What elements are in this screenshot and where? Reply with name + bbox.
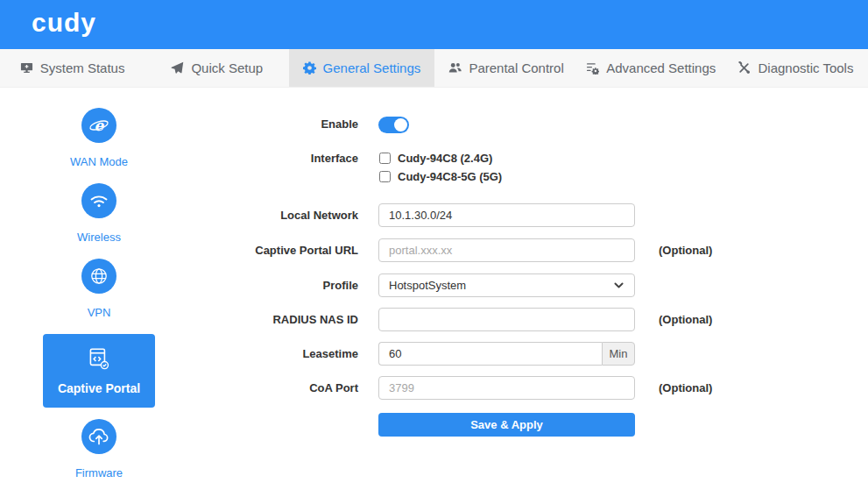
save-apply-button[interactable]: Save & Apply: [378, 413, 635, 437]
toggle-knob: [394, 118, 407, 131]
tab-diagnostic-tools[interactable]: Diagnostic Tools: [723, 49, 868, 87]
sidebar-item-vpn[interactable]: VPN: [81, 259, 116, 319]
sidebar-item-wireless[interactable]: Wireless: [77, 183, 121, 244]
tab-quick-setup[interactable]: Quick Setup: [145, 49, 289, 87]
interface-24g-checkbox[interactable]: [379, 153, 391, 164]
interface-option-5g: Cudy-94C8-5G (5G): [378, 167, 635, 186]
tab-label: Quick Setup: [191, 60, 263, 75]
leasetime-input[interactable]: [378, 342, 602, 366]
optional-note: (Optional): [659, 313, 712, 326]
profile-row: Profile HotspotSystem: [198, 273, 868, 297]
interface-5g-checkbox[interactable]: [379, 171, 391, 182]
svg-text:e: e: [94, 117, 104, 134]
gear-icon: [303, 61, 316, 75]
tab-label: Parental Control: [469, 60, 563, 75]
save-row: Save & Apply: [198, 411, 868, 437]
sidebar-item-label: VPN: [88, 306, 111, 319]
cloud-upload-icon: [81, 419, 116, 454]
cudy-router-admin: cudy System Status Quick Setup General S…: [0, 0, 868, 483]
leasetime-row: Leasetime Min: [198, 342, 868, 366]
radius-nas-id-label: RADIUS NAS ID: [198, 313, 378, 326]
profile-selected-value: HotspotSystem: [389, 279, 466, 292]
crossed-tools-icon: [737, 61, 751, 75]
interface-option-24g: Cudy-94C8 (2.4G): [378, 149, 635, 167]
local-network-input[interactable]: [378, 203, 635, 227]
sidebar-item-label: Wireless: [77, 231, 121, 244]
enable-row: Enable: [198, 115, 868, 133]
interface-option-label: Cudy-94C8 (2.4G): [398, 152, 492, 165]
enable-toggle[interactable]: [378, 117, 409, 133]
browser-e-icon: e: [81, 108, 116, 143]
sidebar-item-wan-mode[interactable]: e WAN Mode: [70, 108, 128, 168]
profile-select[interactable]: HotspotSystem: [378, 273, 635, 297]
optional-note: (Optional): [659, 244, 712, 257]
radius-nas-id-input[interactable]: [378, 308, 635, 331]
sidebar-item-firmware[interactable]: Firmware: [75, 419, 123, 479]
sidebar-item-captive-portal[interactable]: Captive Portal: [43, 334, 155, 408]
monitor-icon: [20, 61, 33, 75]
interface-option-label: Cudy-94C8-5G (5G): [398, 170, 502, 183]
sidebar-item-label: WAN Mode: [70, 155, 128, 168]
sliders-gear-icon: [586, 61, 599, 75]
header: cudy: [0, 0, 868, 49]
tab-general-settings[interactable]: General Settings: [289, 49, 434, 87]
chevron-down-icon: [613, 280, 625, 291]
users-icon: [448, 61, 462, 75]
tab-label: General Settings: [323, 60, 421, 75]
sidebar-item-label: Captive Portal: [58, 381, 140, 395]
portal-window-icon: [85, 345, 113, 373]
main-nav: System Status Quick Setup General Settin…: [0, 49, 868, 88]
sidebar: e WAN Mode Wireless VPN Cap: [0, 88, 198, 483]
captive-portal-url-input[interactable]: [378, 238, 635, 262]
tab-parental-control[interactable]: Parental Control: [434, 49, 579, 87]
leasetime-label: Leasetime: [198, 347, 378, 360]
sidebar-item-label: Firmware: [75, 466, 123, 479]
main-area: e WAN Mode Wireless VPN Cap: [0, 88, 868, 483]
local-network-label: Local Network: [198, 209, 378, 222]
wifi-icon: [81, 183, 116, 218]
local-network-row: Local Network: [198, 203, 868, 227]
radius-nas-id-row: RADIUS NAS ID (Optional): [198, 308, 868, 331]
profile-label: Profile: [198, 279, 378, 292]
cudy-logo: cudy: [32, 10, 96, 39]
tab-label: System Status: [40, 60, 125, 75]
captive-portal-url-row: Captive Portal URL (Optional): [198, 238, 868, 262]
enable-label: Enable: [198, 117, 378, 131]
leasetime-unit: Min: [602, 342, 635, 366]
optional-note: (Optional): [659, 381, 712, 394]
interface-label: Interface: [198, 149, 378, 167]
captive-portal-form: Enable Interface Cudy-94C8 (2.4G): [198, 88, 868, 483]
tab-system-status[interactable]: System Status: [0, 49, 145, 87]
tab-label: Diagnostic Tools: [758, 60, 853, 75]
globe-icon: [81, 259, 116, 294]
interface-row: Interface Cudy-94C8 (2.4G) Cudy-94C8-5G …: [198, 149, 868, 186]
coa-port-input[interactable]: [378, 376, 635, 400]
coa-port-row: CoA Port (Optional): [198, 376, 868, 400]
captive-portal-url-label: Captive Portal URL: [198, 244, 378, 257]
tab-advanced-settings[interactable]: Advanced Settings: [579, 49, 723, 87]
paper-plane-icon: [171, 61, 184, 75]
coa-port-label: CoA Port: [198, 381, 378, 394]
tab-label: Advanced Settings: [606, 60, 716, 75]
